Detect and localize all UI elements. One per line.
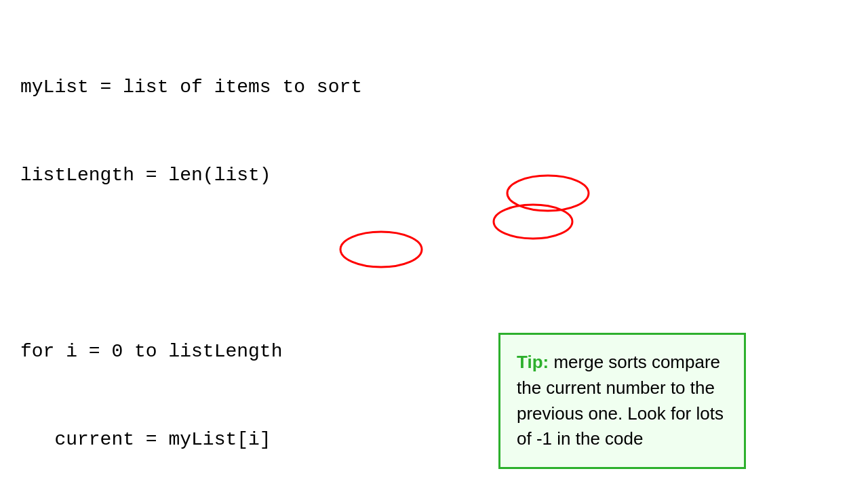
code-line-2: listLength = len(list) <box>20 161 715 190</box>
tip-box: Tip: merge sorts compare the current num… <box>498 333 746 469</box>
code-line-1: myList = list of items to sort <box>20 73 715 102</box>
code-line-blank-1 <box>20 249 715 278</box>
tip-label: Tip: <box>517 352 549 372</box>
